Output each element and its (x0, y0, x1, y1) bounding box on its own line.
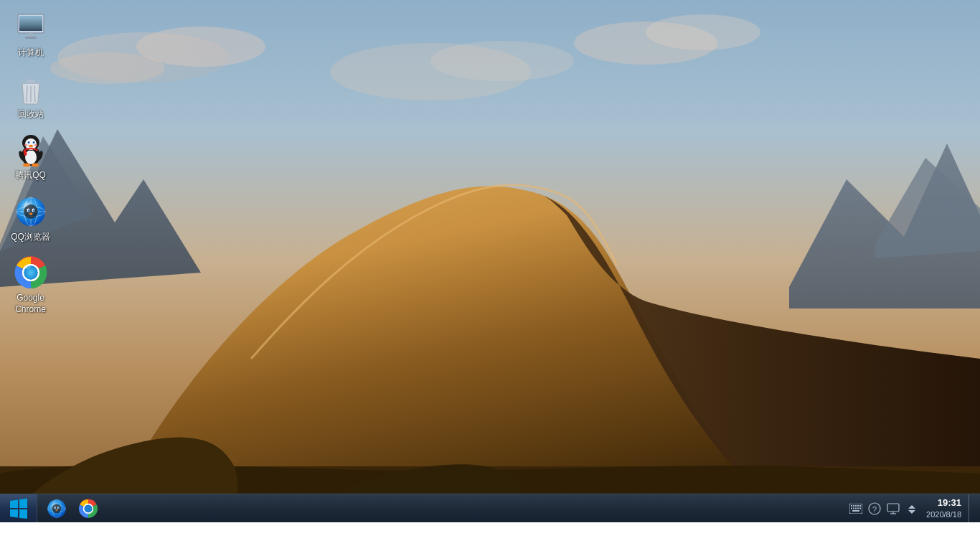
system-tray: ? 19:31 2020/8/18 (843, 494, 980, 522)
svg-point-53 (29, 212, 32, 215)
svg-point-66 (55, 507, 56, 509)
svg-rect-17 (25, 37, 37, 39)
svg-rect-15 (19, 16, 42, 31)
computer-icon-label: 计算机 (18, 47, 44, 59)
tray-keyboard-icon[interactable] (849, 501, 863, 516)
taskbar-icon-qqbrowser[interactable] (42, 495, 71, 522)
svg-point-3 (50, 52, 165, 84)
desktop-icon-qq[interactable]: 腾讯QQ (4, 130, 57, 184)
svg-rect-86 (887, 504, 899, 512)
tray-help-icon[interactable]: ? (867, 501, 882, 516)
svg-rect-78 (851, 508, 852, 509)
desktop-icon-chrome[interactable]: Google Chrome (4, 253, 57, 318)
svg-rect-79 (853, 508, 854, 509)
svg-rect-18 (19, 16, 42, 17)
svg-marker-90 (908, 510, 915, 514)
start-button[interactable] (0, 494, 37, 523)
taskbar: ? 19:31 2020/8/18 (0, 494, 980, 522)
svg-point-33 (28, 142, 29, 143)
svg-rect-76 (857, 505, 859, 507)
svg-rect-21 (27, 80, 35, 83)
svg-point-70 (84, 504, 93, 513)
svg-point-31 (27, 141, 29, 143)
svg-rect-82 (859, 508, 861, 509)
svg-point-35 (29, 145, 33, 148)
recycle-icon (14, 72, 48, 106)
desktop: 计算机 回收站 (0, 0, 980, 522)
clock-time: 19:31 (926, 496, 961, 509)
svg-rect-75 (855, 505, 857, 507)
svg-point-7 (430, 41, 574, 81)
svg-point-34 (33, 142, 34, 143)
desktop-icons: 计算机 回收站 (4, 7, 57, 319)
taskbar-icons (37, 494, 108, 523)
chrome-icon-label: Google Chrome (15, 293, 46, 315)
qqbrowser-icon-label: QQ浏览器 (11, 232, 50, 243)
svg-rect-81 (857, 508, 859, 509)
qq-icon (14, 133, 48, 167)
qqbrowser-icon (14, 194, 48, 229)
desktop-icon-qqbrowser[interactable]: QQ浏览器 (4, 192, 57, 246)
svg-point-5 (646, 14, 760, 50)
tray-display-icon[interactable] (886, 501, 900, 516)
svg-point-39 (32, 164, 39, 167)
svg-point-63 (52, 504, 62, 513)
svg-point-51 (27, 209, 29, 211)
clock-date: 2020/8/18 (926, 509, 961, 520)
svg-rect-74 (853, 505, 854, 507)
taskbar-icon-chrome[interactable] (74, 495, 103, 522)
svg-marker-89 (908, 505, 915, 509)
desktop-icon-recycle[interactable]: 回收站 (4, 69, 57, 123)
svg-point-32 (32, 141, 34, 143)
computer-icon (14, 10, 48, 44)
svg-point-67 (58, 507, 60, 509)
svg-point-52 (32, 209, 34, 211)
svg-rect-77 (859, 505, 861, 507)
svg-point-37 (34, 144, 37, 146)
svg-point-38 (23, 164, 30, 167)
svg-point-36 (24, 144, 27, 146)
svg-rect-83 (852, 510, 859, 512)
svg-text:?: ? (872, 505, 877, 514)
clock[interactable]: 19:31 2020/8/18 (923, 496, 964, 521)
desktop-icon-computer[interactable]: 计算机 (4, 7, 57, 62)
qq-icon-label: 腾讯QQ (15, 170, 46, 182)
svg-rect-16 (29, 33, 33, 37)
tray-expand-icon[interactable] (905, 501, 919, 516)
svg-point-68 (55, 509, 57, 510)
chrome-icon (14, 255, 48, 290)
svg-rect-73 (851, 505, 852, 507)
svg-point-26 (25, 150, 37, 164)
show-desktop-button[interactable] (969, 494, 974, 522)
recycle-icon-label: 回收站 (18, 109, 44, 121)
svg-rect-80 (855, 508, 857, 509)
